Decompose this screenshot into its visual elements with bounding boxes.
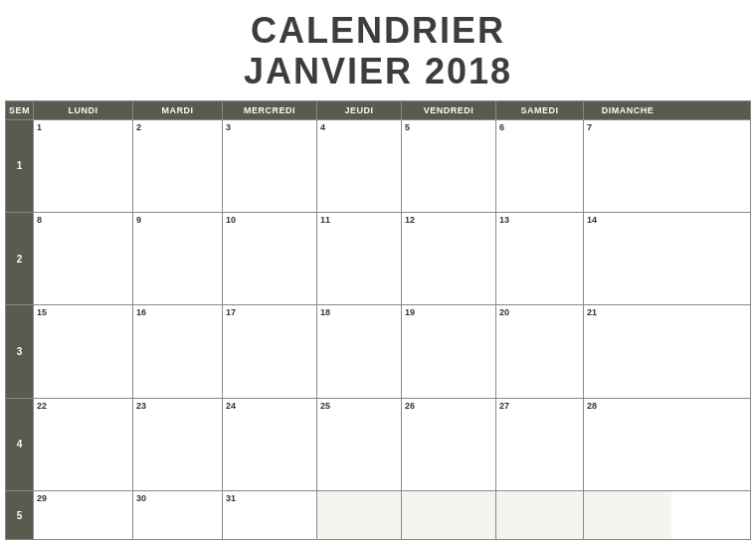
day-number: 5	[405, 122, 410, 132]
day-number: 30	[136, 493, 146, 503]
day-number: 22	[37, 401, 47, 411]
day-number: 23	[136, 401, 146, 411]
day-number: 12	[405, 215, 415, 225]
day-cell: 20	[496, 305, 584, 397]
day-cell-empty	[402, 491, 496, 539]
day-number: 21	[587, 307, 597, 317]
day-cell: 2	[133, 120, 223, 212]
week-row-4: 4 22 23 24 25 26 27 28	[6, 398, 750, 490]
day-cell: 9	[133, 213, 223, 304]
week-num-1: 1	[6, 120, 34, 212]
day-number: 3	[226, 122, 231, 132]
day-number: 11	[320, 215, 330, 225]
day-cell: 28	[584, 399, 671, 490]
day-number: 13	[499, 215, 509, 225]
day-number: 7	[587, 122, 592, 132]
title-line1: CALENDRIER	[251, 10, 505, 51]
calendar-title: CALENDRIER JANVIER 2018	[0, 10, 756, 92]
week-row-3: 3 15 16 17 18 19 20 21	[6, 304, 750, 397]
day-cell: 26	[402, 399, 496, 490]
header-sem: SEM	[6, 101, 34, 119]
day-cell: 18	[317, 305, 402, 397]
day-number: 27	[499, 401, 509, 411]
day-cell: 13	[496, 213, 584, 304]
day-number: 10	[226, 215, 236, 225]
day-number: 15	[37, 307, 47, 317]
day-number: 2	[136, 122, 141, 132]
calendar-header: SEM LUNDI MARDI MERCREDI JEUDI VENDREDI …	[6, 101, 750, 119]
day-cell: 7	[584, 120, 671, 212]
day-number: 9	[136, 215, 141, 225]
day-cell: 3	[223, 120, 317, 212]
header-vendredi: VENDREDI	[402, 101, 496, 119]
day-cell: 25	[317, 399, 402, 490]
header-mercredi: MERCREDI	[223, 101, 317, 119]
day-cell: 27	[496, 399, 584, 490]
week-row-1: 1 1 2 3 4 5 6 7	[6, 119, 750, 212]
day-cell: 29	[34, 491, 133, 539]
day-cell: 21	[584, 305, 671, 397]
day-cell: 22	[34, 399, 133, 490]
day-cell: 5	[402, 120, 496, 212]
day-number: 24	[226, 401, 236, 411]
day-cell: 19	[402, 305, 496, 397]
day-number: 6	[499, 122, 504, 132]
day-number: 1	[37, 122, 42, 132]
day-cell: 17	[223, 305, 317, 397]
header-dimanche: DIMANCHE	[584, 101, 671, 119]
header-samedi: SAMEDI	[496, 101, 584, 119]
day-number: 28	[587, 401, 597, 411]
week-row-5: 5 29 30 31	[6, 490, 750, 539]
day-cell: 1	[34, 120, 133, 212]
day-number: 25	[320, 401, 330, 411]
header-jeudi: JEUDI	[317, 101, 402, 119]
day-cell: 12	[402, 213, 496, 304]
week-num-5: 5	[6, 491, 34, 539]
day-number: 16	[136, 307, 146, 317]
day-cell: 24	[223, 399, 317, 490]
day-number: 29	[37, 493, 47, 503]
day-number: 19	[405, 307, 415, 317]
day-cell: 8	[34, 213, 133, 304]
day-number: 18	[320, 307, 330, 317]
header-mardi: MARDI	[133, 101, 223, 119]
day-cell: 30	[133, 491, 223, 539]
week-num-2: 2	[6, 213, 34, 304]
title-line2: JANVIER 2018	[244, 51, 512, 91]
calendar-grid: SEM LUNDI MARDI MERCREDI JEUDI VENDREDI …	[5, 100, 751, 540]
day-number: 31	[226, 493, 236, 503]
day-cell-empty	[496, 491, 584, 539]
day-cell: 10	[223, 213, 317, 304]
day-number: 14	[587, 215, 597, 225]
week-row-2: 2 8 9 10 11 12 13 14	[6, 212, 750, 304]
day-cell: 23	[133, 399, 223, 490]
day-cell: 11	[317, 213, 402, 304]
title-section: CALENDRIER JANVIER 2018	[0, 0, 756, 100]
week-num-3: 3	[6, 305, 34, 397]
day-number: 20	[499, 307, 509, 317]
day-number: 8	[37, 215, 42, 225]
week-num-4: 4	[6, 399, 34, 490]
calendar-page: CALENDRIER JANVIER 2018 SEM LUNDI MARDI …	[0, 0, 756, 545]
day-cell: 15	[34, 305, 133, 397]
day-cell: 31	[223, 491, 317, 539]
day-cell: 4	[317, 120, 402, 212]
day-cell: 6	[496, 120, 584, 212]
day-cell: 14	[584, 213, 671, 304]
day-number: 17	[226, 307, 236, 317]
day-cell-empty	[317, 491, 402, 539]
day-number: 4	[320, 122, 325, 132]
header-lundi: LUNDI	[34, 101, 133, 119]
day-cell: 16	[133, 305, 223, 397]
day-number: 26	[405, 401, 415, 411]
day-cell-empty	[584, 491, 671, 539]
